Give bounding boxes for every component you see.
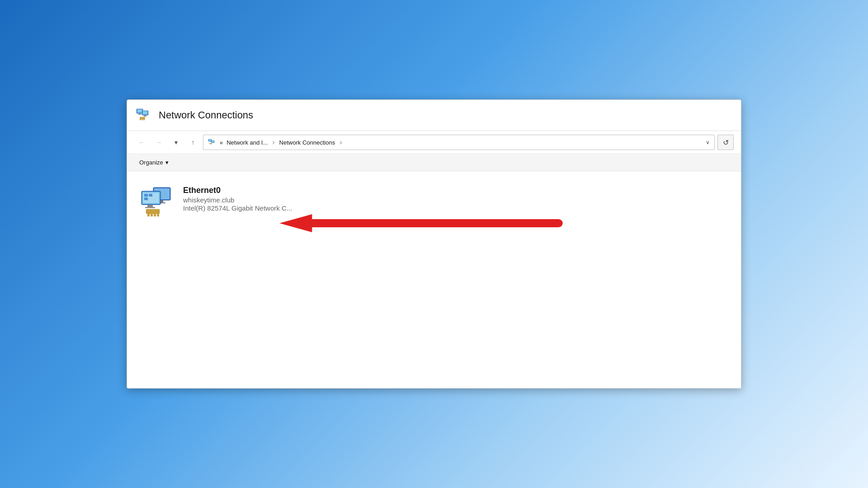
svg-rect-8 — [140, 117, 145, 119]
svg-rect-32 — [154, 214, 156, 216]
refresh-button[interactable]: ↺ — [717, 135, 734, 150]
svg-rect-5 — [143, 111, 147, 114]
adapter-domain: whiskeytime.club — [183, 196, 292, 204]
address-bar-row: ← → ▾ ↑ « Network and I... › Network Con… — [127, 131, 741, 154]
content-area: Ethernet0 whiskeytime.club Intel(R) 8257… — [127, 171, 741, 388]
svg-rect-2 — [139, 113, 141, 114]
svg-rect-27 — [147, 205, 153, 207]
svg-rect-16 — [209, 143, 212, 144]
breadcrumb-part2: Network Connections — [279, 139, 335, 146]
svg-rect-29 — [146, 209, 160, 214]
svg-rect-6 — [144, 115, 146, 116]
svg-rect-28 — [145, 207, 155, 208]
breadcrumb-separator-2: › — [340, 138, 342, 146]
forward-button[interactable]: → — [151, 135, 166, 150]
breadcrumb-part1: Network and I... — [226, 139, 268, 146]
svg-rect-9 — [140, 119, 141, 120]
svg-rect-30 — [147, 214, 150, 216]
window-title-icon — [136, 107, 152, 123]
svg-rect-15 — [212, 141, 214, 143]
svg-rect-11 — [143, 119, 145, 120]
adapter-description: Intel(R) 82574L Gigabit Network C... — [183, 204, 292, 212]
ethernet-adapter-item[interactable]: Ethernet0 whiskeytime.club Intel(R) 8257… — [136, 180, 296, 224]
breadcrumb-prefix: « — [220, 139, 223, 146]
up-button[interactable]: ↑ — [186, 135, 200, 150]
adapter-icon — [140, 184, 176, 220]
dropdown-history-button[interactable]: ▾ — [169, 135, 183, 150]
back-button[interactable]: ← — [134, 135, 149, 150]
svg-rect-33 — [157, 214, 159, 216]
address-network-icon — [208, 138, 216, 146]
svg-rect-7 — [143, 116, 147, 117]
address-box[interactable]: « Network and I... › Network Connections… — [203, 135, 715, 150]
svg-rect-3 — [138, 114, 142, 115]
svg-rect-31 — [151, 214, 153, 216]
adapter-info: Ethernet0 whiskeytime.club Intel(R) 8257… — [183, 184, 292, 212]
svg-rect-1 — [137, 109, 142, 113]
organize-button[interactable]: Organize ▾ — [134, 157, 174, 168]
breadcrumb-separator-1: › — [272, 138, 274, 146]
svg-rect-10 — [142, 119, 143, 120]
address-dropdown-chevron: ∨ — [706, 139, 710, 145]
title-bar: Network Connections — [127, 100, 741, 131]
network-connections-window: Network Connections ← → ▾ ↑ « Network an… — [127, 99, 741, 389]
window-title: Network Connections — [159, 109, 253, 121]
adapter-name: Ethernet0 — [183, 186, 292, 195]
svg-rect-13 — [209, 140, 211, 141]
svg-rect-25 — [149, 194, 152, 197]
svg-rect-24 — [144, 194, 148, 197]
toolbar: Organize ▾ — [127, 154, 741, 171]
svg-rect-26 — [144, 197, 148, 200]
